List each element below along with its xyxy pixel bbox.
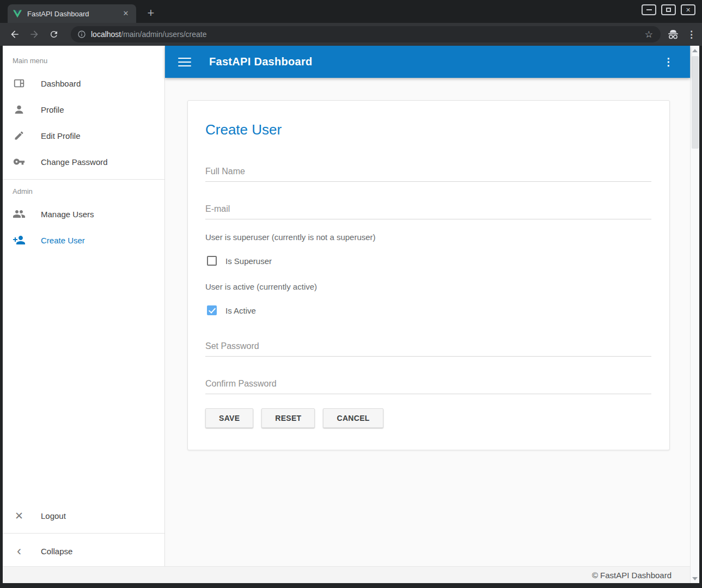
reset-button[interactable]: RESET — [261, 408, 315, 428]
appbar-menu-icon[interactable]: ⋮ — [663, 56, 674, 68]
sidebar-item-create-user[interactable]: Create User — [3, 227, 164, 253]
is-active-checkbox-row[interactable]: Is Active — [205, 305, 651, 315]
sidebar-section-admin: Admin — [13, 187, 164, 195]
scroll-up-arrow[interactable] — [691, 46, 700, 55]
scroll-down-icon — [692, 577, 698, 580]
people-icon — [13, 207, 26, 220]
address-bar[interactable]: localhost/main/admin/users/create ☆ — [71, 26, 661, 42]
set-password-field — [205, 341, 651, 357]
sidebar-item-label: Create User — [41, 236, 85, 245]
app-title: FastAPI Dashboard — [209, 56, 663, 68]
incognito-icon — [667, 29, 679, 39]
tab-close-icon[interactable]: ✕ — [121, 9, 131, 19]
url-text: localhost/main/admin/users/create — [91, 30, 644, 39]
pencil-icon — [13, 129, 26, 142]
sidebar-item-label: Collapse — [41, 547, 72, 556]
bookmark-star-icon[interactable]: ☆ — [644, 29, 654, 40]
reload-icon — [49, 29, 59, 39]
sidebar-item-logout[interactable]: ✕ Logout — [3, 503, 164, 529]
person-add-icon — [13, 234, 26, 247]
browser-tab[interactable]: FastAPI Dashboard ✕ — [8, 4, 136, 23]
key-icon — [13, 155, 26, 168]
person-icon — [13, 103, 26, 116]
superuser-hint: User is superuser (currently is not a su… — [205, 232, 651, 242]
sidebar-item-profile[interactable]: Profile — [3, 96, 164, 122]
browser-toolbar: localhost/main/admin/users/create ☆ ⋮ — [0, 23, 702, 46]
hamburger-menu-icon[interactable] — [178, 58, 191, 66]
sidebar-divider — [3, 179, 164, 180]
page-info-icon[interactable] — [77, 30, 86, 39]
create-user-card: Create User User is superuser (currently… — [187, 100, 670, 450]
vue-logo-icon — [13, 10, 22, 18]
close-button[interactable]: ✕ — [681, 4, 695, 15]
confirm-password-input[interactable] — [205, 379, 651, 394]
maximize-icon — [666, 8, 671, 12]
is-superuser-checkbox-row[interactable]: Is Superuser — [205, 256, 651, 266]
sidebar-item-label: Profile — [41, 105, 64, 114]
url-path: /main/admin/users/create — [121, 30, 206, 39]
sidebar-item-change-password[interactable]: Change Password — [3, 149, 164, 175]
reload-button[interactable] — [46, 26, 62, 42]
dashboard-icon — [13, 77, 26, 90]
sidebar-item-edit-profile[interactable]: Edit Profile — [3, 122, 164, 149]
cancel-button[interactable]: CANCEL — [323, 408, 383, 428]
sidebar-item-label: Change Password — [41, 157, 108, 167]
scroll-up-icon — [692, 49, 698, 52]
app-bar: FastAPI Dashboard ⋮ — [165, 46, 690, 78]
sidebar-item-collapse[interactable]: ‹ Collapse — [3, 538, 164, 564]
checkbox-label: Is Active — [225, 306, 256, 315]
chevron-left-icon: ‹ — [13, 544, 26, 558]
full-name-field — [205, 167, 651, 182]
sidebar: Main menu Dashboard Profile — [3, 46, 165, 566]
url-host: localhost — [91, 30, 121, 39]
toolbar-right: ⋮ — [667, 29, 695, 40]
sidebar-item-label: Edit Profile — [41, 131, 81, 140]
checkbox-label: Is Superuser — [225, 256, 272, 266]
browser-window: FastAPI Dashboard ✕ + ✕ localhost/main/a… — [0, 0, 702, 588]
page-viewport: Main menu Dashboard Profile — [3, 46, 699, 583]
scrollbar-thumb[interactable] — [692, 56, 699, 149]
sidebar-item-label: Dashboard — [41, 79, 81, 88]
browser-menu-icon[interactable]: ⋮ — [687, 29, 695, 40]
sidebar-divider — [3, 533, 164, 534]
page-content: Create User User is superuser (currently… — [165, 78, 690, 566]
scrollbar[interactable] — [690, 46, 699, 583]
sidebar-item-manage-users[interactable]: Manage Users — [3, 201, 164, 227]
is-superuser-checkbox[interactable] — [207, 256, 217, 266]
sidebar-section-main-menu: Main menu — [13, 57, 164, 65]
logout-x-icon: ✕ — [13, 509, 26, 522]
back-arrow-icon — [9, 29, 20, 40]
full-name-input[interactable] — [205, 167, 651, 182]
set-password-input[interactable] — [205, 341, 651, 357]
active-hint: User is active (currently active) — [205, 282, 651, 291]
back-button[interactable] — [7, 26, 23, 42]
window-controls: ✕ — [642, 4, 695, 15]
main-area: FastAPI Dashboard ⋮ Create User — [165, 46, 690, 566]
new-tab-button[interactable]: + — [143, 5, 159, 22]
save-button[interactable]: SAVE — [205, 408, 253, 428]
tab-strip: FastAPI Dashboard ✕ + ✕ — [0, 0, 702, 23]
page-title: Create User — [205, 121, 651, 138]
maximize-button[interactable] — [661, 4, 676, 15]
minimize-icon — [646, 9, 652, 10]
is-active-checkbox[interactable] — [207, 305, 217, 315]
sidebar-item-label: Manage Users — [41, 210, 94, 219]
copyright-text: © FastAPI Dashboard — [592, 571, 672, 580]
page-footer: © FastAPI Dashboard — [3, 566, 690, 583]
minimize-button[interactable] — [642, 4, 656, 15]
scroll-down-arrow[interactable] — [691, 574, 700, 583]
sidebar-bottom: ✕ Logout ‹ Collapse — [3, 503, 164, 566]
form-buttons: SAVE RESET CANCEL — [205, 408, 651, 428]
forward-button[interactable] — [26, 26, 42, 42]
email-field — [205, 204, 651, 219]
close-icon: ✕ — [686, 7, 691, 14]
sidebar-item-dashboard[interactable]: Dashboard — [3, 70, 164, 96]
email-input[interactable] — [205, 204, 651, 219]
forward-arrow-icon — [29, 29, 40, 40]
tab-title: FastAPI Dashboard — [27, 10, 121, 18]
confirm-password-field — [205, 379, 651, 394]
sidebar-item-label: Logout — [41, 511, 66, 520]
